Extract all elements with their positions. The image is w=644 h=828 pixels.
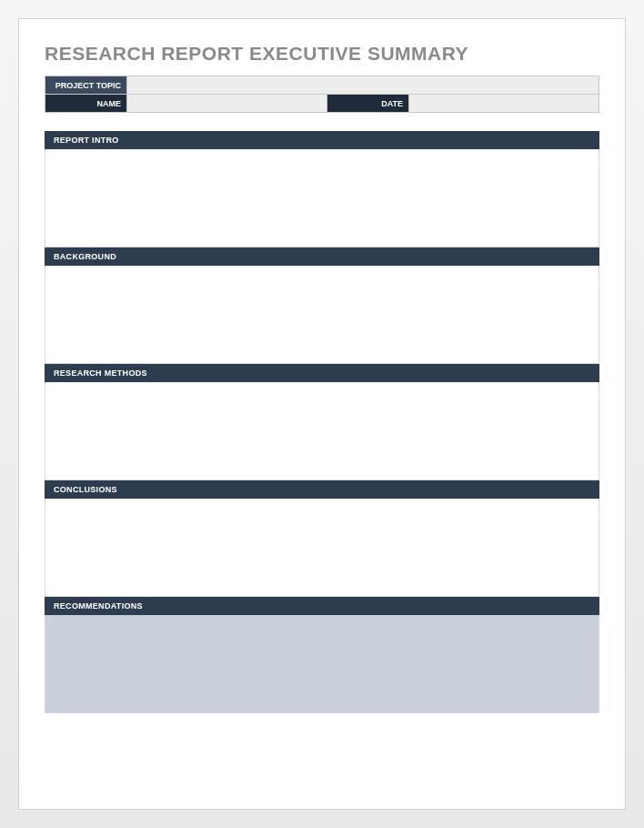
- section-body-background[interactable]: [45, 266, 599, 364]
- section-body-conclusions[interactable]: [45, 499, 599, 597]
- name-label: NAME: [45, 95, 127, 113]
- document-page: RESEARCH REPORT EXECUTIVE SUMMARY PROJEC…: [18, 18, 626, 810]
- section-header-background: BACKGROUND: [45, 247, 599, 266]
- section-header-recommendations: RECOMMENDATIONS: [45, 597, 599, 615]
- name-input[interactable]: [127, 95, 327, 113]
- section-header-report-intro: REPORT INTRO: [45, 131, 599, 149]
- section-body-report-intro[interactable]: [45, 149, 599, 247]
- project-topic-input[interactable]: [127, 76, 599, 95]
- section-header-research-methods: RESEARCH METHODS: [45, 364, 599, 382]
- header-table: PROJECT TOPIC NAME DATE: [45, 76, 599, 113]
- section-background: BACKGROUND: [45, 247, 599, 364]
- section-report-intro: REPORT INTRO: [45, 131, 599, 247]
- project-topic-label: PROJECT TOPIC: [45, 76, 127, 95]
- page-title: RESEARCH REPORT EXECUTIVE SUMMARY: [45, 43, 599, 65]
- section-header-conclusions: CONCLUSIONS: [45, 480, 599, 499]
- section-body-recommendations[interactable]: [45, 615, 599, 713]
- date-label: DATE: [327, 95, 409, 113]
- section-body-research-methods[interactable]: [45, 382, 599, 480]
- section-recommendations: RECOMMENDATIONS: [45, 597, 599, 713]
- section-conclusions: CONCLUSIONS: [45, 480, 599, 597]
- date-input[interactable]: [409, 95, 599, 113]
- section-research-methods: RESEARCH METHODS: [45, 364, 599, 480]
